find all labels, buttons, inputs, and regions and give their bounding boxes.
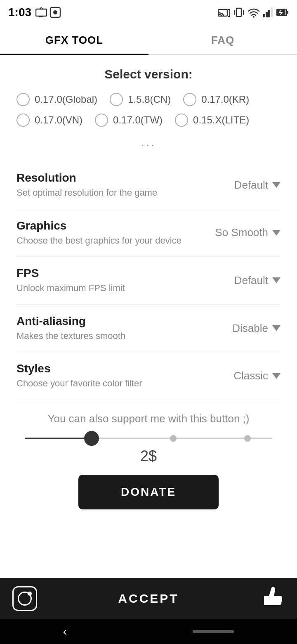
thumbs-up-icon[interactable] (260, 585, 285, 613)
styles-title: Styles (16, 362, 198, 375)
resolution-desc: Set optimal resolution for the game (16, 187, 198, 199)
cast-icon (218, 7, 230, 17)
slider-thumb[interactable] (84, 431, 99, 446)
svg-rect-12 (266, 12, 268, 17)
slider-dot-1 (170, 435, 177, 442)
svg-rect-17 (287, 11, 288, 14)
slider-fill (25, 438, 92, 439)
donation-slider[interactable] (16, 433, 280, 443)
main-content: Select version: 0.17.0(Global) 1.5.8(CN)… (0, 55, 297, 534)
graphics-chevron-icon (272, 230, 280, 236)
vibrate-icon (233, 7, 244, 18)
instagram-icon[interactable] (12, 586, 37, 611)
radio-lite[interactable] (175, 114, 188, 127)
radio-kr[interactable] (183, 93, 196, 106)
status-icons-left (35, 7, 61, 18)
version-grid: 0.17.0(Global) 1.5.8(CN) 0.17.0(KR) 0.17… (16, 93, 280, 127)
fps-setting: FPS Unlock maximum FPS limit Default (16, 257, 280, 305)
antialiasing-dropdown[interactable]: Disable (206, 322, 280, 335)
version-row-2: 0.17.0(VN) 0.17.0(TW) 0.15.X(LITE) (16, 114, 280, 127)
antialiasing-chevron-icon (272, 325, 280, 331)
resolution-setting: Resolution Set optimal resolution for th… (16, 161, 280, 209)
version-option-kr[interactable]: 0.17.0(KR) (183, 93, 249, 106)
version-option-global[interactable]: 0.17.0(Global) (16, 93, 97, 106)
antialiasing-value: Disable (232, 322, 268, 335)
slider-dot-2 (244, 435, 251, 442)
radio-cn[interactable] (110, 93, 123, 106)
svg-point-10 (253, 16, 255, 18)
version-label-cn: 1.5.8(CN) (128, 94, 171, 105)
version-option-vn[interactable]: 0.17.0(VN) (16, 114, 82, 127)
svg-rect-14 (271, 7, 273, 17)
version-section: Select version: 0.17.0(Global) 1.5.8(CN)… (16, 67, 280, 149)
battery-icon (276, 7, 289, 17)
fps-dropdown[interactable]: Default (206, 274, 280, 287)
screen-icon (50, 7, 61, 18)
styles-dropdown[interactable]: Classic (206, 369, 280, 382)
styles-chevron-icon (272, 373, 280, 379)
version-label-vn: 0.17.0(VN) (35, 114, 82, 126)
tab-gfx-tool[interactable]: GFX TOOL (0, 25, 148, 54)
tab-bar: GFX TOOL FAQ (0, 25, 297, 55)
fps-chevron-icon (272, 277, 280, 283)
version-label-kr: 0.17.0(KR) (201, 94, 249, 105)
fps-desc: Unlock maximum FPS limit (16, 282, 198, 294)
nav-bar: ‹ (0, 619, 297, 644)
antialiasing-desc: Makes the textures smooth (16, 330, 198, 342)
version-option-cn[interactable]: 1.5.8(CN) (110, 93, 171, 106)
home-pill[interactable] (193, 630, 234, 633)
resolution-value: Default (234, 179, 268, 192)
version-label-global: 0.17.0(Global) (35, 94, 97, 105)
version-title: Select version: (16, 67, 280, 81)
radio-global[interactable] (16, 93, 30, 106)
graphics-desc: Choose the best graphics for your device (16, 235, 198, 247)
resolution-chevron-icon (272, 182, 280, 188)
svg-rect-13 (268, 10, 270, 17)
version-option-lite[interactable]: 0.15.X(LITE) (175, 114, 249, 127)
support-text: You can also support me with this button… (16, 412, 280, 425)
status-bar: 1:03 (0, 0, 297, 25)
back-button[interactable]: ‹ (63, 625, 67, 638)
version-row-1: 0.17.0(Global) 1.5.8(CN) 0.17.0(KR) (16, 93, 280, 106)
slider-track (25, 438, 272, 439)
resolution-title: Resolution (16, 171, 198, 185)
fps-value: Default (234, 274, 268, 287)
antialiasing-title: Anti-aliasing (16, 315, 198, 328)
resolution-dropdown[interactable]: Default (206, 179, 280, 192)
bottom-bar: ACCEPT (0, 578, 297, 619)
support-section: You can also support me with this button… (16, 412, 280, 509)
slider-amount: 2$ (16, 447, 280, 465)
styles-setting: Styles Choose your favorite color filter… (16, 352, 280, 400)
svg-rect-0 (36, 9, 47, 16)
settings-section: Resolution Set optimal resolution for th… (16, 161, 280, 400)
status-time: 1:03 (8, 6, 31, 19)
tab-faq[interactable]: FAQ (148, 25, 297, 54)
version-option-tw[interactable]: 0.17.0(TW) (95, 114, 163, 127)
signal-icon (263, 7, 273, 17)
radio-tw[interactable] (95, 114, 108, 127)
accept-button[interactable]: ACCEPT (37, 592, 260, 606)
styles-value: Classic (233, 369, 268, 382)
svg-rect-7 (236, 8, 241, 17)
version-label-lite: 0.15.X(LITE) (193, 114, 249, 126)
donate-button[interactable]: DONATE (78, 475, 219, 509)
graphics-setting: Graphics Choose the best graphics for yo… (16, 209, 280, 257)
version-label-tw: 0.17.0(TW) (113, 114, 163, 126)
wifi-icon (248, 7, 260, 18)
status-icons-right (218, 7, 289, 18)
svg-point-5 (53, 10, 57, 14)
graphics-value: So Smooth (215, 226, 268, 239)
more-dots[interactable]: ... (16, 135, 280, 149)
graphics-title: Graphics (16, 219, 198, 232)
radio-vn[interactable] (16, 114, 30, 127)
antialiasing-setting: Anti-aliasing Makes the textures smooth … (16, 305, 280, 353)
tv-icon (35, 7, 47, 17)
svg-rect-1 (39, 16, 43, 17)
svg-rect-11 (263, 14, 265, 17)
styles-desc: Choose your favorite color filter (16, 378, 198, 390)
fps-title: FPS (16, 267, 198, 280)
graphics-dropdown[interactable]: So Smooth (206, 226, 280, 239)
